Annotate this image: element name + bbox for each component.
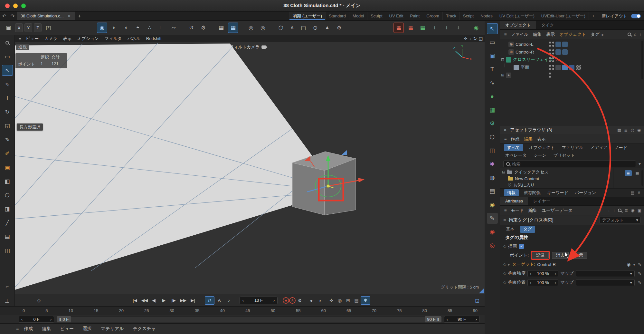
rotate-tool-icon[interactable]: ↻ — [2, 106, 13, 117]
warning-triangle-icon[interactable]: ▲ — [322, 23, 332, 33]
ab-menu-edit[interactable]: 編集 — [522, 136, 535, 142]
om-home-icon[interactable]: ⌂ — [634, 32, 637, 37]
record-scale-icon[interactable]: ⊞ — [344, 297, 352, 304]
history-forward-icon[interactable]: → — [606, 208, 610, 213]
extrude-icon[interactable]: ◨ — [2, 203, 13, 214]
target-value[interactable]: Control-R — [537, 262, 556, 267]
range-max-field[interactable]: ‹ 90 F › — [444, 316, 479, 323]
object-row-cloth-surface[interactable]: ⊟ クロスサーフェイス ✕ — [500, 56, 644, 64]
om-menu-view[interactable]: 表示 — [544, 32, 557, 37]
om-search-icon[interactable] — [628, 33, 631, 36]
coordinates-toggle-icon[interactable]: ⊥ — [2, 295, 13, 306]
thumbnail-view-icon[interactable]: ▦ — [634, 170, 641, 176]
lock-icon[interactable]: ◉ — [631, 208, 634, 213]
om-menu-tags[interactable]: タグ — [588, 32, 602, 37]
layout-tab-uvedit[interactable]: UV Edit — [386, 12, 407, 20]
draw-checkbox[interactable]: ✓ — [519, 244, 524, 249]
knife-tool-icon[interactable]: ╱ — [2, 217, 13, 228]
tab-versions[interactable]: バージョン — [573, 189, 597, 196]
export-scene-icon[interactable]: ↓ — [441, 23, 451, 33]
render-settings-icon[interactable]: ▤ — [487, 186, 498, 197]
maximize-view-icon[interactable]: ◱ — [479, 36, 483, 41]
keyframe-diamond-icon[interactable]: ◇ — [35, 297, 43, 304]
bounding-box-icon[interactable]: ▣ — [3, 23, 14, 33]
attr-menu-mode[interactable]: モード — [508, 208, 526, 213]
record-points-button[interactable]: 記録 — [532, 252, 549, 259]
world-mode-icon[interactable]: ◍ — [487, 172, 498, 183]
filter-nodes[interactable]: ノード — [613, 144, 629, 151]
primitive-object-icon[interactable]: ⬡ — [2, 190, 13, 201]
om-menu-more-icon[interactable]: ▸ — [602, 32, 604, 37]
viewport-solo-icon[interactable]: ▭ — [2, 51, 13, 62]
preset-dropdown[interactable]: デフォルト ▾ — [600, 217, 641, 223]
lock-z-axis-button[interactable]: Z — [34, 23, 42, 32]
record-rotation-icon[interactable]: ◎ — [336, 297, 344, 304]
undo-icon[interactable]: ↶ — [0, 12, 8, 20]
tab-attributes[interactable]: Attributes — [500, 197, 528, 205]
zoom-window-button[interactable] — [21, 4, 26, 8]
rotate-view-icon[interactable]: ↻ — [473, 36, 477, 41]
ab-scrollbar[interactable] — [641, 170, 643, 186]
deformer-mode-icon[interactable]: ✱ — [487, 159, 498, 170]
object-row-extra[interactable]: ⊞ ● — [500, 71, 644, 79]
ipr-render-icon[interactable]: ◉ — [471, 23, 481, 33]
viewport-canvas[interactable]: 透視 選択 合計 ポイント 1 121 長方形選択 デフォルトカメラ — [15, 42, 485, 294]
hash-icon[interactable]: # — [638, 190, 640, 195]
range-min-increment-icon[interactable]: › — [50, 317, 52, 322]
ab-grid-view-icon[interactable]: ▦ — [617, 128, 621, 133]
cloth-tag-icon[interactable] — [555, 65, 561, 70]
range-end-handle[interactable]: 90 F ‖ — [425, 316, 441, 322]
tree-item-favorites[interactable]: ♡ お気に入り — [500, 182, 613, 188]
attr-menu-edit[interactable]: 編集 — [526, 208, 539, 213]
layout-tab-track[interactable]: Track — [442, 12, 459, 20]
snap-enable-icon[interactable]: ◉ — [97, 23, 107, 33]
light-icon[interactable]: ◉ — [487, 199, 498, 210]
uvw-tag-icon[interactable] — [576, 65, 581, 70]
lock-x-axis-button[interactable]: X — [15, 23, 23, 32]
menu-panel[interactable]: パネル — [125, 36, 143, 42]
center-axis-icon[interactable]: ◎ — [246, 23, 256, 33]
current-frame-field[interactable]: ‹ 13 F › — [240, 297, 278, 304]
ab-menu-view[interactable]: 表示 — [535, 136, 548, 142]
uv-polygons-icon[interactable]: ⬡ — [487, 132, 498, 142]
decrement-icon[interactable]: ‹ — [530, 280, 531, 285]
om-menu-objects[interactable]: オブジェクト — [557, 32, 588, 37]
menu-filter[interactable]: フィルタ — [102, 36, 125, 42]
chevron-down-icon[interactable]: ▾ — [633, 262, 635, 267]
record-parameter-icon[interactable]: ▤ — [352, 297, 361, 304]
layout-tab-model[interactable]: Model — [349, 12, 367, 20]
edges-mode-icon[interactable]: ▦ — [487, 104, 498, 115]
attr-search-icon[interactable] — [618, 209, 621, 212]
tab-objects[interactable]: オブジェクト — [500, 21, 536, 29]
search-icon[interactable] — [2, 37, 13, 48]
layout-tab-default[interactable]: 初期 (ユーザー) — [289, 12, 325, 20]
range-start-handle[interactable]: ‖ 0 F — [57, 316, 71, 322]
tag-icon[interactable] — [555, 49, 561, 55]
keying-settings-gear-icon[interactable]: ⚙ — [296, 297, 304, 304]
frame-increment-icon[interactable]: › — [273, 298, 275, 303]
menu-view2[interactable]: ビュー — [56, 326, 78, 332]
filter-materials[interactable]: マテリアル — [561, 144, 585, 151]
show-points-button[interactable]: 表示 — [571, 252, 587, 259]
om-scrollbar[interactable] — [641, 41, 643, 79]
enable-axis-icon[interactable]: ◫ — [487, 145, 498, 156]
mirror-tool-icon[interactable]: ◫ — [2, 245, 13, 256]
redo-icon[interactable]: ↷ — [8, 12, 17, 20]
layout-tab-standard[interactable]: Standard — [325, 12, 349, 20]
tag-icon[interactable] — [562, 42, 568, 47]
asset-search-field[interactable] — [503, 161, 636, 167]
next-frame-button[interactable]: |▶ — [169, 296, 178, 305]
menu-material[interactable]: マテリアル — [97, 326, 128, 332]
increment-icon[interactable]: › — [555, 271, 556, 276]
sound-icon[interactable]: ♪ — [224, 296, 234, 305]
polygon-select-icon[interactable]: ⬡ — [276, 23, 286, 33]
tree-item-new-content[interactable]: New Content — [500, 175, 613, 182]
position-field[interactable]: ‹ 100 % › — [527, 279, 558, 286]
layout-tab-script[interactable]: Script — [459, 12, 477, 20]
snap-3d-icon[interactable]: ◗ — [109, 23, 119, 33]
ab-menu-create[interactable]: 作成 — [508, 136, 522, 142]
goto-start-button[interactable]: |◀ — [130, 296, 140, 305]
layout-tab-uvedit-user[interactable]: UV Edit (ユーザー) — [496, 12, 538, 20]
viewport-resize-handle[interactable] — [479, 288, 484, 293]
modeling-settings-gear-icon[interactable]: ⚙ — [334, 23, 344, 33]
